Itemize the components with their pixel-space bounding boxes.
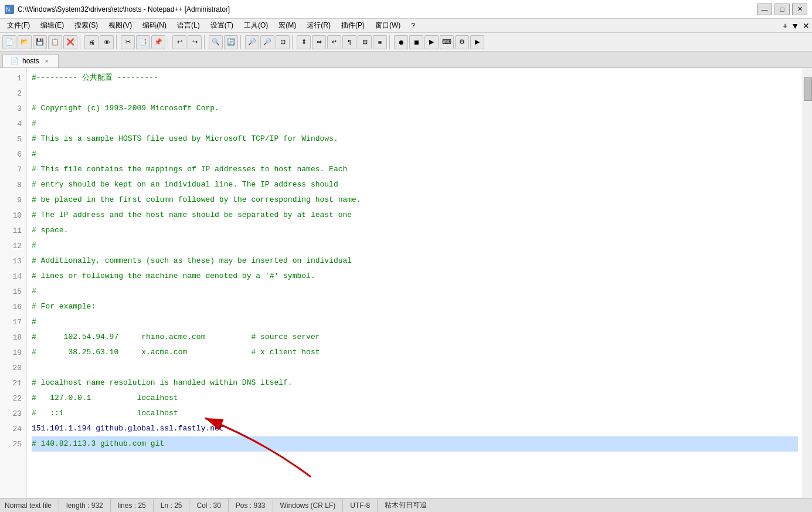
- tab-icon: 📄: [10, 57, 19, 65]
- scrollbar-thumb[interactable]: [804, 77, 812, 101]
- lines-label: lines : 25: [118, 501, 146, 510]
- close-panel-button[interactable]: ✕: [803, 21, 810, 30]
- code-line[interactable]: #: [32, 147, 798, 162]
- line-number: 2: [0, 86, 26, 101]
- cut-button[interactable]: ✂: [121, 35, 135, 49]
- code-line[interactable]: # 127.0.0.1 localhost: [32, 391, 798, 406]
- code-line[interactable]: # be placed in the first column followed…: [32, 192, 798, 208]
- line-number: 12: [0, 238, 26, 253]
- menu-encoding[interactable]: 编码(N): [138, 19, 171, 32]
- code-line[interactable]: # The IP address and the host name shoul…: [32, 208, 798, 223]
- sync-h-button[interactable]: ⇔: [312, 35, 326, 49]
- run-macro-button[interactable]: ⚙: [455, 35, 469, 49]
- maximize-button[interactable]: □: [774, 4, 790, 15]
- code-line[interactable]: # Copyright (c) 1993-2009 Microsoft Corp…: [32, 101, 798, 116]
- zoom-in-button[interactable]: 🔎: [245, 35, 259, 49]
- code-line[interactable]: # Additionally, comments (such as these)…: [32, 253, 798, 269]
- menu-window[interactable]: 窗口(W): [371, 19, 405, 32]
- zoom-out-button[interactable]: 🔎: [260, 35, 274, 49]
- code-line[interactable]: # entry should be kept on an individual …: [32, 177, 798, 192]
- redo-button[interactable]: ↪: [188, 35, 202, 49]
- menu-run[interactable]: 运行(R): [302, 19, 335, 32]
- code-line[interactable]: # 140.82.113.3 github.com git: [32, 436, 798, 452]
- menu-settings[interactable]: 设置(T): [206, 19, 238, 32]
- scrollbar[interactable]: [803, 68, 812, 498]
- line-number: 17: [0, 314, 26, 330]
- tab-hosts[interactable]: 📄 hosts ×: [2, 54, 59, 67]
- new-tab-button[interactable]: +: [783, 21, 787, 30]
- record-macro-button[interactable]: ⏺: [394, 35, 408, 49]
- code-line[interactable]: #: [32, 284, 798, 299]
- find-button[interactable]: 🔍: [209, 35, 223, 49]
- pos-label: Pos : 933: [236, 501, 266, 510]
- code-line[interactable]: 151.101.1.194 github.global.ssl.fastly.n…: [32, 421, 798, 436]
- menu-macro[interactable]: 宏(M): [274, 19, 301, 32]
- line-numbers: 1234567891011121314151617181920212223242…: [0, 68, 27, 498]
- code-line[interactable]: #: [32, 238, 798, 253]
- save-all-button[interactable]: 📋: [48, 35, 62, 49]
- outline-button[interactable]: ≡: [373, 35, 387, 49]
- stop-macro-button[interactable]: ⏹: [409, 35, 423, 49]
- line-number: 3: [0, 101, 26, 116]
- run-script-button[interactable]: ▶: [470, 35, 484, 49]
- window-controls[interactable]: — □ ✕: [757, 4, 807, 15]
- lineending-label: Windows (CR LF): [280, 501, 336, 510]
- code-line[interactable]: # lines or following the machine name de…: [32, 269, 798, 284]
- menu-file[interactable]: 文件(F): [2, 19, 35, 32]
- sync-v-button[interactable]: ⇕: [297, 35, 311, 49]
- menu-search[interactable]: 搜索(S): [70, 19, 103, 32]
- window-title: C:\Windows\System32\drivers\etc\hosts - …: [18, 5, 230, 13]
- code-line[interactable]: # This file contains the mappings of IP …: [32, 162, 798, 177]
- find-replace-button[interactable]: 🔄: [224, 35, 238, 49]
- word-wrap-button[interactable]: ↵: [327, 35, 341, 49]
- print-preview-button[interactable]: 👁: [100, 35, 114, 49]
- new-button[interactable]: 📄: [2, 35, 16, 49]
- indent-guide-button[interactable]: ⊞: [358, 35, 372, 49]
- code-line[interactable]: # ::1 localhost: [32, 406, 798, 421]
- code-line[interactable]: #: [32, 116, 798, 131]
- status-pos: Pos : 933: [229, 499, 273, 512]
- dropdown-button[interactable]: ▼: [791, 21, 799, 30]
- all-chars-button[interactable]: ¶: [342, 35, 356, 49]
- menu-view[interactable]: 视图(V): [104, 19, 137, 32]
- menu-plugins[interactable]: 插件(P): [337, 19, 369, 32]
- close-button[interactable]: ✕: [792, 4, 807, 15]
- close-button2[interactable]: ❌: [63, 35, 77, 49]
- code-line[interactable]: # This is a sample HOSTS file used by Mi…: [32, 131, 798, 147]
- open-button[interactable]: 📂: [18, 35, 32, 49]
- menu-help[interactable]: ?: [406, 21, 420, 31]
- minimize-button[interactable]: —: [757, 4, 772, 15]
- code-line[interactable]: # space.: [32, 223, 798, 238]
- play-macro-button[interactable]: ▶: [424, 35, 439, 49]
- line-number: 23: [0, 406, 26, 421]
- toolbar-sep5: [240, 35, 243, 49]
- code-line[interactable]: # 102.54.94.97 rhino.acme.com # source s…: [32, 330, 798, 345]
- copy-button[interactable]: 📑: [136, 35, 150, 49]
- print-button[interactable]: 🖨: [84, 35, 98, 49]
- toolbar: 📄 📂 💾 📋 ❌ 🖨 👁 ✂ 📑 📌 ↩ ↪ 🔍 🔄 🔎 🔎 ⊡ ⇕ ⇔ ↵ …: [0, 33, 812, 52]
- tab-bar: 📄 hosts ×: [0, 52, 812, 68]
- code-line[interactable]: #: [32, 314, 798, 330]
- line-number: 14: [0, 269, 26, 284]
- code-line[interactable]: [32, 360, 798, 375]
- code-line[interactable]: [32, 86, 798, 101]
- code-line[interactable]: # 38.25.63.10 x.acme.com # x client host: [32, 345, 798, 360]
- save-macro-button[interactable]: ⌨: [440, 35, 454, 49]
- status-ln: Ln : 25: [154, 499, 190, 512]
- editor-content: 1234567891011121314151617181920212223242…: [0, 68, 812, 498]
- code-line[interactable]: #--------- 公共配置 ---------: [32, 70, 798, 86]
- code-line[interactable]: # localhost name resolution is handled w…: [32, 375, 798, 391]
- status-lines: lines : 25: [111, 499, 154, 512]
- undo-button[interactable]: ↩: [172, 35, 186, 49]
- menu-edit[interactable]: 编辑(E): [36, 19, 69, 32]
- save-button[interactable]: 💾: [33, 35, 47, 49]
- zoom-reset-button[interactable]: ⊡: [276, 35, 290, 49]
- code-line[interactable]: # For example:: [32, 299, 798, 314]
- paste-button[interactable]: 📌: [151, 35, 165, 49]
- menu-tools[interactable]: 工具(O): [239, 19, 273, 32]
- toolbar-sep4: [204, 35, 206, 49]
- menu-language[interactable]: 语言(L): [172, 19, 205, 32]
- code-area[interactable]: #--------- 公共配置 ---------# Copyright (c)…: [27, 68, 803, 498]
- tab-close-button[interactable]: ×: [43, 57, 51, 65]
- line-number: 20: [0, 360, 26, 375]
